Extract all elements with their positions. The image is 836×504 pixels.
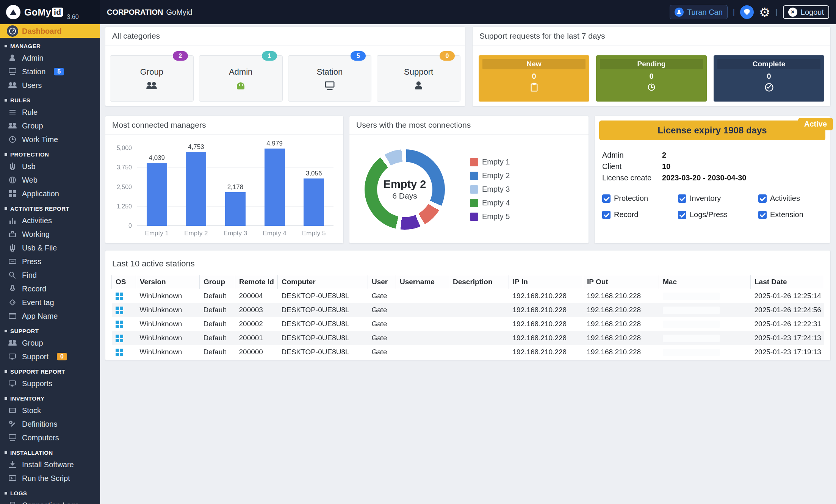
sidebar-item-web[interactable]: Web <box>0 173 100 187</box>
user-button[interactable]: Turan Can <box>670 5 728 19</box>
bar <box>265 149 285 226</box>
sidebar-item-run-the-script[interactable]: Run the Script <box>0 471 100 485</box>
table-header-row: OSVersionGroupRemote IdComputerUserUsern… <box>112 275 824 289</box>
sidebar-item-admin[interactable]: Admin <box>0 51 100 65</box>
feature-protection[interactable]: Protection <box>602 194 678 203</box>
chat-icon <box>8 379 17 388</box>
app-logo-icon <box>6 5 20 19</box>
brand-name-suffix: id <box>52 8 63 17</box>
checkbox-checked-icon[interactable] <box>758 194 767 203</box>
stations-table: OSVersionGroupRemote IdComputerUserUsern… <box>111 275 824 359</box>
section-label: RULES <box>10 97 30 103</box>
settings-gear-button[interactable]: ⚙ <box>759 6 770 19</box>
support-box-complete[interactable]: Complete0 <box>714 55 824 102</box>
support-box-new[interactable]: New0 <box>479 55 589 102</box>
column-header-os[interactable]: OS <box>112 275 136 289</box>
table-row[interactable]: WinUnknownDefault200001DESKTOP-0UE8U8LGa… <box>112 331 824 345</box>
category-tile-group[interactable]: 2Group <box>110 55 194 102</box>
sidebar-item-work-time[interactable]: Work Time <box>0 133 100 146</box>
checkbox-checked-icon[interactable] <box>758 211 767 219</box>
sidebar-item-dashboard[interactable]: Dashboard <box>0 24 100 38</box>
sidebar-item-group[interactable]: Group <box>0 119 100 133</box>
column-header-last-date[interactable]: Last Date <box>751 275 824 289</box>
feature-activities[interactable]: Activities <box>758 194 822 203</box>
checkbox-checked-icon[interactable] <box>602 194 611 203</box>
sidebar-section-rules: RULES <box>0 92 100 105</box>
feature-logs-press[interactable]: Logs/Press <box>678 210 758 219</box>
sidebar-item-usb-file[interactable]: Usb & File <box>0 241 100 255</box>
table-cell: Gate <box>368 289 396 303</box>
sidebar-item-app-name[interactable]: App Name <box>0 309 100 323</box>
sidebar-item-supports[interactable]: Supports <box>0 377 100 390</box>
tools-icon <box>8 420 17 428</box>
table-row[interactable]: WinUnknownDefault200000DESKTOP-0UE8U8LGa… <box>112 345 824 359</box>
column-header-computer[interactable]: Computer <box>278 275 368 289</box>
check-circle-icon <box>764 83 773 91</box>
sidebar-item-users[interactable]: Users <box>0 78 100 92</box>
bar-column: 3,056 <box>294 148 333 226</box>
y-axis-label: 3,750 <box>117 164 132 171</box>
section-bullet-icon <box>5 207 7 210</box>
sidebar-item-application[interactable]: Application <box>0 187 100 200</box>
category-badge: 5 <box>351 51 366 61</box>
column-header-user[interactable]: User <box>368 275 396 289</box>
sidebar-item-rule[interactable]: Rule <box>0 105 100 119</box>
table-cell <box>449 345 509 359</box>
column-header-remote-id[interactable]: Remote Id <box>235 275 278 289</box>
sidebar-item-definitions[interactable]: Definitions <box>0 417 100 431</box>
brand-logo[interactable]: GoMyid 3.60 <box>0 0 100 24</box>
logout-button[interactable]: × Logout <box>783 5 829 19</box>
security-shield-button[interactable] <box>740 5 754 19</box>
column-header-ip-in[interactable]: IP In <box>509 275 583 289</box>
checkbox-checked-icon[interactable] <box>678 194 686 203</box>
license-card: Active License expiry 1908 days Admin2Cl… <box>594 116 830 244</box>
sidebar-item-usb[interactable]: Usb <box>0 160 100 173</box>
checkbox-checked-icon[interactable] <box>678 211 686 219</box>
sidebar-item-press[interactable]: Press <box>0 255 100 268</box>
column-header-description[interactable]: Description <box>449 275 509 289</box>
bar <box>147 163 167 226</box>
sidebar-item-working[interactable]: Working <box>0 227 100 241</box>
table-cell <box>659 331 751 345</box>
sidebar-item-record[interactable]: Record <box>0 282 100 296</box>
support-box-pending[interactable]: Pending0 <box>596 55 707 102</box>
user-avatar-icon <box>675 8 684 17</box>
table-cell: DESKTOP-0UE8U8L <box>278 303 368 317</box>
support-requests-card: Support requests for the last 7 days New… <box>472 27 831 106</box>
category-tile-support[interactable]: 0Support <box>377 55 460 102</box>
feature-extension[interactable]: Extension <box>758 210 822 219</box>
feature-record[interactable]: Record <box>602 210 678 219</box>
category-label: Support <box>404 67 433 77</box>
checkbox-checked-icon[interactable] <box>602 211 611 219</box>
column-header-group[interactable]: Group <box>200 275 235 289</box>
table-row[interactable]: WinUnknownDefault200003DESKTOP-0UE8U8LGa… <box>112 303 824 317</box>
sidebar-item-computers[interactable]: Computers <box>0 431 100 445</box>
column-header-version[interactable]: Version <box>136 275 200 289</box>
column-header-username[interactable]: Username <box>396 275 449 289</box>
category-tiles: 2Group1Admin5Station0Support <box>105 45 465 102</box>
mac-empty-cell <box>663 349 720 356</box>
sidebar-item-event-tag[interactable]: Event tag <box>0 296 100 309</box>
feature-inventory[interactable]: Inventory <box>678 194 758 203</box>
category-badge: 1 <box>262 51 277 61</box>
sidebar-item-find[interactable]: Find <box>0 268 100 282</box>
sidebar-item-support[interactable]: Support0 <box>0 350 100 363</box>
table-row[interactable]: WinUnknownDefault200002DESKTOP-0UE8U8LGa… <box>112 317 824 331</box>
table-cell: 200003 <box>235 303 278 317</box>
category-tile-station[interactable]: 5Station <box>288 55 372 102</box>
sidebar-item-station[interactable]: Station5 <box>0 65 100 78</box>
category-badge: 2 <box>173 51 188 61</box>
sidebar-item-connaction-logs[interactable]: Connaction Logs <box>0 498 100 504</box>
sidebar-item-group[interactable]: Group <box>0 336 100 350</box>
sidebar-item-badge: 5 <box>54 68 64 75</box>
legend-swatch-icon <box>470 172 478 180</box>
sidebar-item-stock[interactable]: Stock <box>0 404 100 417</box>
sidebar-item-install-software[interactable]: Install Software <box>0 458 100 471</box>
sidebar-item-label: Rule <box>22 108 38 117</box>
table-row[interactable]: WinUnknownDefault200004DESKTOP-0UE8U8LGa… <box>112 289 824 303</box>
column-header-mac[interactable]: Mac <box>659 275 751 289</box>
column-header-ip-out[interactable]: IP Out <box>583 275 659 289</box>
sidebar-item-activities[interactable]: Activities <box>0 214 100 227</box>
sidebar-item-label: Usb & File <box>22 244 57 252</box>
category-tile-admin[interactable]: 1Admin <box>199 55 283 102</box>
